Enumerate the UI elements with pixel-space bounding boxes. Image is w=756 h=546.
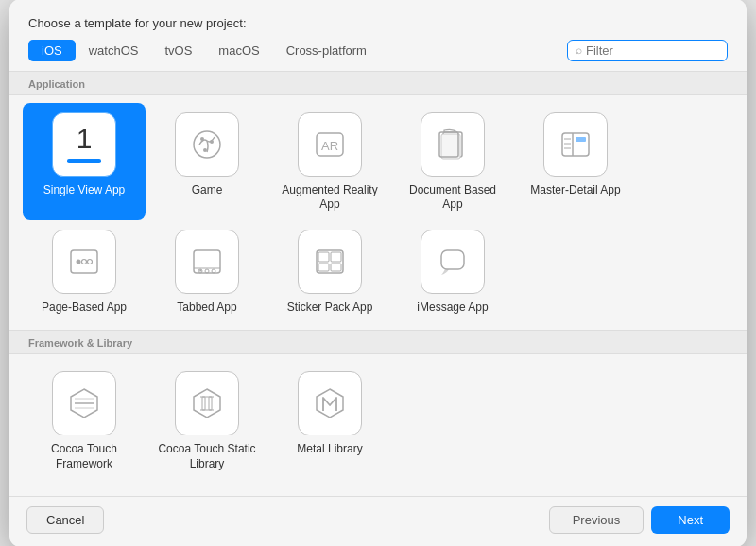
imessage-icon-svg [434,243,472,281]
sticker-icon-svg [311,243,349,281]
template-label-tabbed: Tabbed App [177,300,236,316]
template-page-based[interactable]: Page-Based App [23,220,146,323]
tab-ios[interactable]: iOS [28,40,76,61]
filter-box: ⌕ [567,40,728,61]
svg-rect-29 [331,264,341,271]
search-icon: ⌕ [576,43,582,57]
section-application: Application [9,71,747,95]
filter-input[interactable] [586,43,719,58]
tab-watchos[interactable]: watchOS [76,40,152,61]
cancel-button[interactable]: Cancel [26,506,104,534]
template-label-ar: Augmented Reality App [276,183,384,213]
cocoa-static-icon-svg [188,384,226,422]
template-metal[interactable]: Metal Library [268,362,391,479]
svg-point-1 [200,137,204,141]
cocoa-framework-icon-svg [65,384,103,422]
dialog-header: Choose a template for your new project: … [9,0,747,71]
template-ar-app[interactable]: AR Augmented Reality App [268,103,391,220]
svg-rect-14 [576,137,586,142]
template-label-page-based: Page-Based App [42,300,127,316]
document-icon-svg [434,126,472,163]
svg-rect-30 [441,250,464,269]
template-document-based[interactable]: Document Based App [391,103,514,220]
next-button[interactable]: Next [651,506,730,534]
template-label-game: Game [192,183,223,198]
section-framework: Framework & Library [9,330,747,354]
framework-grid: Cocoa Touch Framework Cocoa Touch Static… [23,354,733,486]
template-icon-imessage [421,230,485,294]
template-label-cocoa-framework: Cocoa Touch Framework [30,442,138,471]
template-single-view[interactable]: 1 Single View App [23,103,146,220]
svg-rect-15 [71,250,97,273]
game-icon-svg [188,126,226,163]
previous-button[interactable]: Previous [549,506,644,534]
template-label-sticker: Sticker Pack App [287,300,373,316]
template-icon-cocoa-framework [52,371,116,435]
dialog-title: Choose a template for your new project: [28,16,728,30]
svg-point-17 [82,259,87,264]
template-label-imessage: iMessage App [417,300,488,316]
tab-macos[interactable]: macOS [205,40,272,61]
template-label-document: Document Based App [399,183,507,213]
template-sticker-pack[interactable]: Sticker Pack App [268,220,391,323]
svg-rect-34 [202,397,205,410]
master-detail-icon-svg [557,126,594,163]
svg-rect-27 [331,252,341,262]
template-icon-document [421,112,485,177]
svg-point-3 [203,148,207,152]
metal-icon-svg [311,384,349,422]
svg-point-0 [194,131,220,158]
template-icon-ar: AR [298,112,362,177]
template-icon-page-based [52,230,116,294]
svg-point-18 [88,259,93,264]
template-icon-sticker [298,230,362,294]
svg-rect-7 [441,134,460,159]
template-tabbed[interactable]: ★ Tabbed App [146,220,268,323]
tabs-row: iOS watchOS tvOS macOS Cross-platform ⌕ [28,40,728,61]
svg-rect-26 [318,252,329,262]
svg-rect-28 [318,264,329,271]
template-icon-game [175,112,239,177]
tabbed-icon-svg: ★ [188,243,226,281]
dialog-body: Application 1 Single View App [9,71,747,497]
template-icon-metal [298,371,362,435]
template-game[interactable]: Game [146,103,268,220]
tab-crossplatform[interactable]: Cross-platform [273,40,380,61]
tab-tvos[interactable]: tvOS [151,40,205,61]
template-label-cocoa-static: Cocoa Touch Static Library [153,442,261,471]
template-label-master-detail: Master-Detail App [530,183,620,198]
template-icon-tabbed: ★ [175,230,239,294]
template-label-single-view: Single View App [43,183,126,198]
dialog-footer: Cancel Previous Next [9,496,747,546]
template-imessage[interactable]: iMessage App [391,220,514,323]
svg-point-2 [210,140,214,144]
template-master-detail[interactable]: Master-Detail App [514,103,637,220]
template-icon-cocoa-static [175,371,239,435]
template-dialog: Choose a template for your new project: … [9,0,747,546]
template-cocoa-framework[interactable]: Cocoa Touch Framework [23,362,146,479]
template-icon-master-detail [543,112,608,177]
footer-right: Previous Next [549,506,730,534]
template-icon-single-view: 1 [52,112,116,177]
svg-rect-9 [562,133,589,156]
svg-rect-35 [209,397,212,410]
application-grid: 1 Single View App [23,95,733,331]
template-label-metal: Metal Library [297,442,362,457]
ar-icon-svg: AR [311,126,349,163]
svg-text:AR: AR [321,139,338,153]
template-cocoa-static[interactable]: Cocoa Touch Static Library [146,362,268,479]
svg-point-16 [77,259,81,264]
page-based-icon-svg [65,243,103,281]
